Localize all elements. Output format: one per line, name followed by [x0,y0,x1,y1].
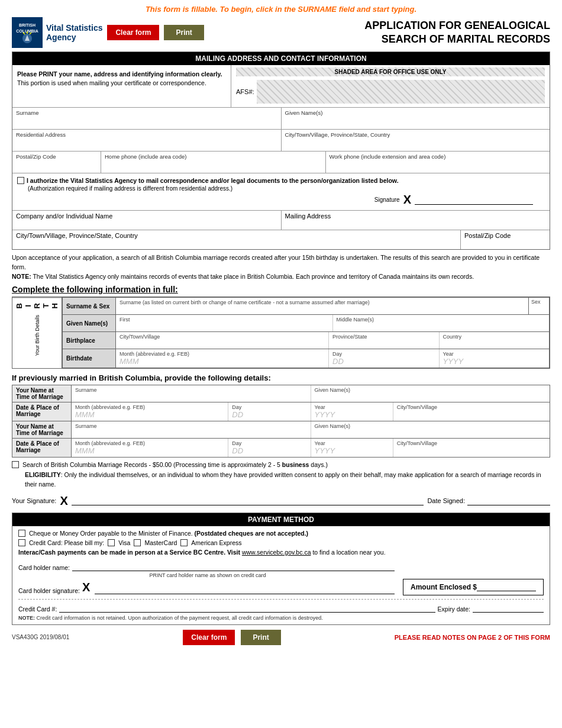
sex-cell: Sex [529,298,550,315]
middle-col: Middle Name(s) [333,315,550,331]
marriage-city-col1: City/Town/Village [393,402,550,421]
search-checkbox[interactable] [12,461,19,468]
sex-input[interactable] [531,305,547,312]
marriage-name-row1: Your Name at Time of Marriage Surname Gi… [12,385,550,402]
search-note-text: Search of British Columbia Marriage Reco… [22,461,328,468]
marriage-surname-input1[interactable] [75,393,307,400]
cardholder-amount-row: Card holder name: PRINT card holder name… [18,558,544,595]
birthdate-inner: Month (abbreviated e.g. FEB) MMM Day DD … [116,349,549,368]
marriage-given-input2[interactable] [315,429,547,436]
marriage-given-col2: Given Name(s) [311,421,550,438]
amount-label: Amount Enclosed $ [411,583,477,591]
marriage-table: Your Name at Time of Marriage Surname Gi… [12,385,550,458]
sig-line [415,195,533,205]
company-input[interactable] [16,220,277,227]
marriage-city-input2[interactable] [397,446,546,453]
postal2-label: Postal/Zip Code [464,232,546,239]
marriage-heading: If previously married in British Columbi… [12,373,550,382]
surname-sex-row: Surname & Sex Surname (as listed on curr… [63,298,550,315]
residential-label: Residential Address [16,131,277,138]
country-col: Country [440,332,550,349]
surname-cell: Surname [12,108,282,129]
postal-phone-row: Postal/Zip Code Home phone (include area… [12,151,550,173]
complete-heading: Complete the following information in fu… [12,285,550,294]
postal-input[interactable] [16,161,97,168]
birth-country-input[interactable] [443,340,546,347]
date-signed-label: Date Signed: [427,497,465,504]
auth-checkbox[interactable] [17,177,24,184]
home-phone-input[interactable] [105,161,322,168]
cheque-checkbox[interactable] [18,530,25,537]
surname-input[interactable] [16,117,277,124]
sig-row: Signature X [17,193,533,207]
marriage-date-label2: Date & Place of Marriage [12,439,72,458]
first-col: First [116,315,333,331]
residential-input[interactable] [16,139,277,146]
day-col: Day DD [329,349,440,368]
birth-city-input[interactable] [119,340,325,347]
marriage-city-input1[interactable] [397,410,546,417]
surname-note: Surname (as listed on current birth or c… [119,299,525,305]
year-col: Year YYYY [440,349,550,368]
given-name-row: Given Name(s) First Middle Name(s) [63,315,550,332]
city-row2: City/Town/Village, Province/State, Count… [12,230,550,249]
cardholder-name-row: Card holder name: [18,562,397,571]
payment-inner: Cheque or Money Order payable to the Min… [12,526,550,624]
given-names-input[interactable] [285,117,547,124]
marriage-date-row1: Date & Place of Marriage Month (abbrevia… [12,402,550,421]
agency-name: Vital Statistics Agency [46,23,102,42]
mailing-address-input[interactable] [285,220,547,227]
birthplace-inner: City/Town/Village Province/State Country [116,332,549,349]
afs-row: AFS#: [236,79,545,105]
surname-sex-label: Surname & Sex [63,298,116,315]
first-name-input[interactable] [119,323,329,330]
visa-checkbox[interactable] [108,539,115,546]
birth-surname-input[interactable] [119,305,525,313]
residential-cell: Residential Address [12,130,282,151]
marriage-month-col2: Month (abbreviated e.g. FEB) MMM [72,439,228,457]
sig-x-icon: X [403,193,411,207]
province-col: Province/State [329,332,440,349]
month-col: Month (abbreviated e.g. FEB) MMM [116,349,329,368]
birth-details-label: Your Birth Details [33,313,41,358]
read-notes: PLEASE READ NOTES ON PAGE 2 OF THIS FORM [395,634,550,641]
print-top-button[interactable]: Print [164,25,204,40]
bottom-buttons: Clear form Print [183,630,280,645]
given-name-inner: First Middle Name(s) [116,315,549,331]
city-town-input[interactable] [285,139,547,146]
city2-cell: City/Town/Village, Province/State, Count… [12,230,461,249]
marriage-day-ph2: DD [232,446,306,455]
middle-name-input[interactable] [337,323,546,330]
mailing-instructions: Please PRINT your name, address and iden… [17,70,226,87]
company-cell: Company and/or Individual Name [12,211,282,230]
credit-label: Credit Card: Please bill my: [29,539,104,546]
marriage-month-ph2: MMM [75,446,224,455]
birth-province-input[interactable] [332,340,435,347]
marriage-year-col2: Year YYYY [311,439,393,457]
header-row: BRITISH COLUMBIA Vital Statistics Agency… [12,17,550,48]
marriage-name-inner1: Surname Given Name(s) [72,385,550,402]
marriage-surname-input2[interactable] [75,429,307,436]
mastercard-checkbox[interactable] [134,539,141,546]
credit-card-row: Credit Card: Please bill my: Visa Master… [18,539,544,546]
marriage-date-inner2: Month (abbreviated e.g. FEB) MMM Day DD … [72,439,550,457]
city2-label: City/Town/Village, Province/State, Count… [16,232,457,239]
given-names-label: Given Name(s) [285,109,547,116]
clear-form-bottom-button[interactable]: Clear form [183,630,235,645]
bottom-footer: VSA430G 2019/08/01 Clear form Print PLEA… [12,630,550,645]
company-label: Company and/or Individual Name [16,212,277,220]
your-sig-label: Your Signature: [12,497,56,504]
city2-input[interactable] [16,239,457,246]
credit-checkbox[interactable] [18,539,25,546]
postal2-input[interactable] [464,239,546,246]
work-phone-input[interactable] [330,161,547,168]
marriage-given-input1[interactable] [315,393,547,400]
city-col: City/Town/Village [116,332,329,349]
surname-givennames-row: Surname Given Name(s) [12,107,550,129]
marriage-city-col2: City/Town/Village [393,439,550,457]
amex-checkbox[interactable] [180,539,188,546]
print-bottom-button[interactable]: Print [241,630,280,645]
marriage-month-ph1: MMM [75,410,224,419]
postal-cell: Postal/Zip Code [12,152,101,173]
clear-form-top-button[interactable]: Clear form [107,25,159,40]
